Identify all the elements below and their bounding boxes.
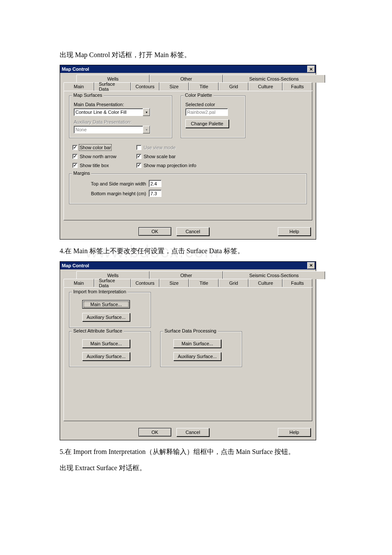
field-value: Rainbow2.pal [187, 110, 216, 115]
dialog-title: Map Control [62, 66, 89, 72]
combo-value: Contour Line & Color Fill [75, 110, 127, 115]
ok-button[interactable]: OK [138, 428, 171, 436]
group-legend: Color Palette [184, 92, 213, 98]
select-auxiliary-surface-button[interactable]: Auxiliary Surface... [82, 352, 130, 361]
tab-size[interactable]: Size [159, 279, 189, 287]
tab-main[interactable]: Main [63, 279, 94, 287]
close-icon[interactable]: ✕ [307, 66, 315, 72]
tab-strip: Wells Other Seismic Cross-Sections Main … [63, 75, 312, 91]
tab-contours[interactable]: Contours [131, 82, 159, 90]
checkbox-icon [136, 163, 141, 168]
selected-color-label: Selected color [185, 102, 241, 107]
tab-surface-data[interactable]: Surface Data [94, 279, 131, 287]
bottom-margin-input[interactable]: 7.3 [149, 190, 161, 197]
aux-data-presentation-label: Auxiliary Data Presentation: [74, 119, 167, 124]
map-control-dialog-surface-data: Map Control ✕ Wells Other Seismic Cross-… [60, 261, 316, 440]
show-color-bar-check[interactable]: Show color bar [72, 145, 136, 150]
tab-main[interactable]: Main [63, 82, 94, 91]
tab-seismic-cross-sections[interactable]: Seismic Cross-Sections [223, 75, 325, 83]
check-label: Use view mode [144, 145, 176, 150]
map-control-dialog-main: Map Control ✕ Wells Other Seismic Cross-… [60, 65, 316, 240]
tab-other[interactable]: Other [150, 271, 223, 279]
tab-title[interactable]: Title [189, 279, 219, 287]
tab-seismic-cross-sections[interactable]: Seismic Cross-Sections [223, 271, 325, 279]
combo-value: None [75, 127, 86, 132]
check-label: Show title box [80, 163, 109, 168]
top-side-margin-input[interactable]: 2.4 [149, 180, 161, 187]
main-tab-panel: Map Surfaces Main Data Presentation: Con… [63, 91, 312, 220]
tab-title[interactable]: Title [189, 82, 219, 90]
main-data-presentation-label: Main Data Presentation: [74, 102, 167, 107]
tab-strip: Wells Other Seismic Cross-Sections Main … [63, 271, 312, 287]
processing-main-surface-button[interactable]: Main Surface... [173, 339, 221, 348]
paragraph-4: 出现 Extract Surface 对话框。 [60, 462, 332, 474]
tab-grid[interactable]: Grid [219, 82, 248, 90]
import-auxiliary-surface-button[interactable]: Auxiliary Surface... [82, 313, 130, 321]
help-button[interactable]: Help [278, 428, 311, 436]
checkbox-icon [72, 154, 78, 159]
check-label: Show map projection info [144, 163, 196, 168]
tab-size[interactable]: Size [159, 82, 189, 90]
margins-group: Margins Top and Side margin width 2.4 Bo… [69, 173, 307, 204]
processing-auxiliary-surface-button[interactable]: Auxiliary Surface... [173, 352, 221, 361]
group-legend: Margins [72, 171, 91, 176]
check-label: Show color bar [80, 145, 111, 150]
ok-button[interactable]: OK [138, 227, 171, 236]
group-legend: Map Surfaces [72, 92, 104, 98]
select-attribute-surface-group: Select Attribute Surface Main Surface...… [69, 331, 151, 367]
paragraph-2: 4.在 Main 标签上不要改变任何设置，点击 Surface Data 标签。 [60, 245, 332, 257]
checkbox-icon [72, 145, 78, 150]
chevron-down-icon: ▾ [143, 126, 150, 133]
bottom-margin-label: Bottom margin height (cm) [82, 191, 146, 196]
check-label: Show north arrow [80, 154, 116, 159]
main-data-presentation-combo[interactable]: Contour Line & Color Fill ▾ [74, 108, 150, 116]
show-scale-bar-check[interactable]: Show scale bar [136, 154, 230, 159]
group-legend: Import from Interpretation [72, 289, 127, 294]
cancel-button[interactable]: Cancel [176, 227, 209, 236]
select-main-surface-button[interactable]: Main Surface... [82, 339, 130, 348]
tab-faults[interactable]: Faults [282, 82, 312, 90]
tab-contours[interactable]: Contours [131, 279, 159, 287]
tab-culture[interactable]: Culture [248, 279, 282, 287]
change-palette-button[interactable]: Change Palette [185, 119, 229, 128]
group-legend: Surface Data Processing [163, 328, 218, 333]
paragraph-3: 5.在 Import from Interpretation（从解释输入）组框中… [60, 445, 332, 458]
dialog-footer: OK Cancel Help [60, 224, 316, 239]
show-north-arrow-check[interactable]: Show north arrow [72, 154, 136, 159]
tab-faults[interactable]: Faults [282, 279, 312, 287]
map-surfaces-group: Map Surfaces Main Data Presentation: Con… [69, 95, 172, 138]
dialog-title: Map Control [62, 263, 89, 268]
checkbox-icon [136, 145, 141, 150]
checkbox-icon [136, 154, 141, 159]
use-view-mode-check: Use view mode [136, 145, 230, 150]
tab-other[interactable]: Other [150, 75, 223, 83]
surface-data-processing-group: Surface Data Processing Main Surface... … [160, 331, 242, 367]
chevron-down-icon: ▾ [143, 108, 150, 116]
close-icon[interactable]: ✕ [307, 262, 315, 269]
surface-data-tab-panel: Import from Interpretation Main Surface.… [63, 287, 312, 421]
show-title-box-check[interactable]: Show title box [72, 163, 136, 168]
aux-data-presentation-combo: None ▾ [74, 126, 150, 133]
cancel-button[interactable]: Cancel [176, 428, 209, 436]
top-side-margin-label: Top and Side margin width [82, 181, 146, 186]
import-main-surface-button[interactable]: Main Surface... [82, 300, 130, 309]
paragraph-1: 出现 Map Control 对话框，打开 Main 标签。 [60, 49, 332, 61]
show-map-projection-check[interactable]: Show map projection info [136, 163, 230, 168]
titlebar: Map Control ✕ [60, 65, 316, 73]
check-label: Show scale bar [144, 154, 176, 159]
color-palette-group: Color Palette Selected color Rainbow2.pa… [181, 95, 245, 138]
group-legend: Select Attribute Surface [72, 328, 124, 333]
selected-color-field: Rainbow2.pal [185, 108, 228, 116]
dialog-footer: OK Cancel Help [60, 425, 316, 440]
checkbox-icon [72, 163, 78, 168]
tab-surface-data[interactable]: Surface Data [94, 82, 131, 90]
tab-grid[interactable]: Grid [219, 279, 248, 287]
titlebar: Map Control ✕ [60, 262, 316, 269]
help-button[interactable]: Help [278, 227, 311, 236]
import-from-interpretation-group: Import from Interpretation Main Surface.… [69, 292, 151, 328]
tab-culture[interactable]: Culture [248, 82, 282, 90]
